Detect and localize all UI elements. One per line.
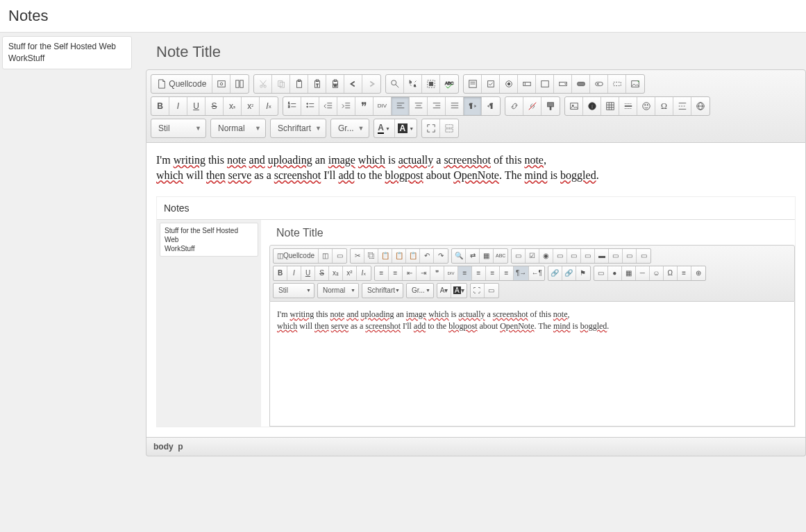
superscript-button[interactable]: x² [242, 97, 260, 115]
link-button[interactable] [505, 97, 523, 115]
unlink-button[interactable] [523, 97, 541, 115]
nested-spell-icon: ABC [494, 249, 507, 263]
checkbox-button[interactable] [482, 75, 500, 93]
spellcheck-button[interactable]: ABC [440, 75, 458, 93]
svg-rect-68 [570, 103, 578, 110]
nested-sidebar-item: Stuff for the Self Hosted Web WorkStuff [160, 223, 258, 257]
nested-right-icon: ≡ [486, 266, 500, 280]
selectall-button[interactable] [422, 75, 440, 93]
nested-underline-icon: U [301, 266, 315, 280]
font-dropdown[interactable]: Schriftart▼ [270, 119, 326, 138]
svg-point-27 [507, 83, 510, 85]
nested-left-icon: ≡ [458, 266, 472, 280]
maximize-button[interactable] [422, 119, 440, 137]
image-button[interactable] [626, 75, 644, 93]
nested-blocks-icon: ▭ [485, 284, 498, 298]
nested-italic-icon: I [287, 266, 301, 280]
nested-preview-icon: ◫ [319, 249, 333, 263]
status-path-body[interactable]: body [153, 442, 174, 452]
specialchar-button[interactable]: Ω [655, 97, 673, 115]
indent-button[interactable] [337, 97, 355, 115]
style-dropdown[interactable]: Stil▼ [151, 119, 206, 138]
svg-text:W: W [333, 83, 337, 87]
nested-smile-icon: ☺ [650, 266, 664, 280]
text-color-button[interactable]: A▼ [374, 119, 395, 137]
svg-point-1 [220, 83, 223, 85]
nested-rtl-icon: ←¶ [529, 266, 544, 280]
flash-button[interactable]: f [583, 97, 601, 115]
bg-color-button[interactable]: A▼ [395, 119, 417, 137]
svg-rect-89 [446, 125, 453, 128]
cut-button[interactable] [254, 75, 272, 93]
hidden-button[interactable] [608, 75, 626, 93]
svg-point-42 [306, 106, 308, 108]
status-path-p[interactable]: p [178, 442, 183, 452]
format-dropdown[interactable]: Normal▼ [210, 119, 266, 138]
smiley-button[interactable] [637, 97, 655, 115]
nested-find-icon: 🔍 [452, 249, 466, 263]
nested-paste-icon: 📋 [378, 249, 392, 263]
select-button[interactable] [554, 75, 572, 93]
paste-text-button[interactable]: T [308, 75, 326, 93]
redo-button[interactable] [362, 75, 380, 93]
ltr-button[interactable]: ¶ [464, 97, 482, 115]
textfield-button[interactable] [518, 75, 536, 93]
pagebreak-button[interactable] [673, 97, 691, 115]
nested-justify-icon: ≡ [500, 266, 514, 280]
radio-button[interactable] [500, 75, 518, 93]
hr-button[interactable] [619, 97, 637, 115]
title-row: Note Title [156, 43, 806, 61]
undo-button[interactable] [344, 75, 362, 93]
rtl-button[interactable]: ¶ [482, 97, 500, 115]
nested-app-title: Notes [164, 203, 788, 214]
anchor-button[interactable] [541, 97, 560, 115]
copy-button[interactable] [272, 75, 290, 93]
templates-button[interactable] [230, 75, 249, 93]
blockquote-button[interactable]: ❞ [355, 97, 373, 115]
editor-content[interactable]: I'm writing this note and uploading an i… [146, 143, 806, 438]
nested-pagebreak-icon: ≡ [678, 266, 691, 280]
editor-statusbar: body p [146, 438, 806, 456]
strike-button[interactable]: S [205, 97, 224, 115]
italic-button[interactable]: I [169, 97, 187, 115]
removeformat-button[interactable]: Ix [260, 97, 278, 115]
find-button[interactable] [386, 75, 404, 93]
nested-toolbar: ◫ Quellcode◫▭ ✂⿻📋📋📋↶↷ 🔍⇄▦ABC ▭☑◉▭▭▭▬▭▭▭ … [269, 245, 795, 302]
subscript-button[interactable]: x₂ [224, 97, 242, 115]
align-justify-button[interactable] [446, 97, 464, 115]
iframe-button[interactable] [691, 97, 710, 115]
nested-outdent-icon: ⇤ [403, 266, 417, 280]
table-button[interactable] [601, 97, 619, 115]
editor-toolbar: Quellcode T W ba ABC [146, 69, 806, 143]
underline-button[interactable]: U [187, 97, 205, 115]
paste-button[interactable] [290, 75, 308, 93]
replace-button[interactable]: ba [404, 75, 422, 93]
numbered-list-button[interactable]: 12 [283, 97, 301, 115]
align-left-button[interactable] [392, 97, 410, 115]
showblocks-button[interactable] [440, 119, 458, 137]
nested-format-dropdown: Normal▼ [317, 283, 359, 298]
nested-omega-icon: Ω [664, 266, 678, 280]
form-button[interactable] [464, 75, 482, 93]
nested-copy-icon: ⿻ [364, 249, 378, 263]
bold-button[interactable]: B [151, 97, 169, 115]
button-button[interactable] [572, 75, 590, 93]
align-right-button[interactable] [428, 97, 446, 115]
bullet-list-button[interactable] [301, 97, 319, 115]
nested-quote-icon: ❞ [430, 266, 444, 280]
preview-button[interactable] [212, 75, 230, 93]
textarea-button[interactable] [536, 75, 554, 93]
outdent-button[interactable] [319, 97, 337, 115]
align-center-button[interactable] [410, 97, 428, 115]
image-button-icon[interactable] [590, 75, 608, 93]
note-title[interactable]: Note Title [156, 43, 806, 61]
source-button[interactable]: Quellcode [151, 75, 212, 93]
sidebar-item[interactable]: Stuff for the Self Hosted Web WorkStuff [2, 36, 132, 69]
size-dropdown[interactable]: Gr...▼ [330, 119, 369, 138]
div-button[interactable]: DIV [373, 97, 392, 115]
image-insert-button[interactable] [565, 97, 583, 115]
svg-text:¶: ¶ [469, 102, 472, 109]
paste-word-button[interactable]: W [326, 75, 344, 93]
nested-bold-icon: B [274, 266, 287, 280]
svg-point-82 [647, 105, 648, 105]
